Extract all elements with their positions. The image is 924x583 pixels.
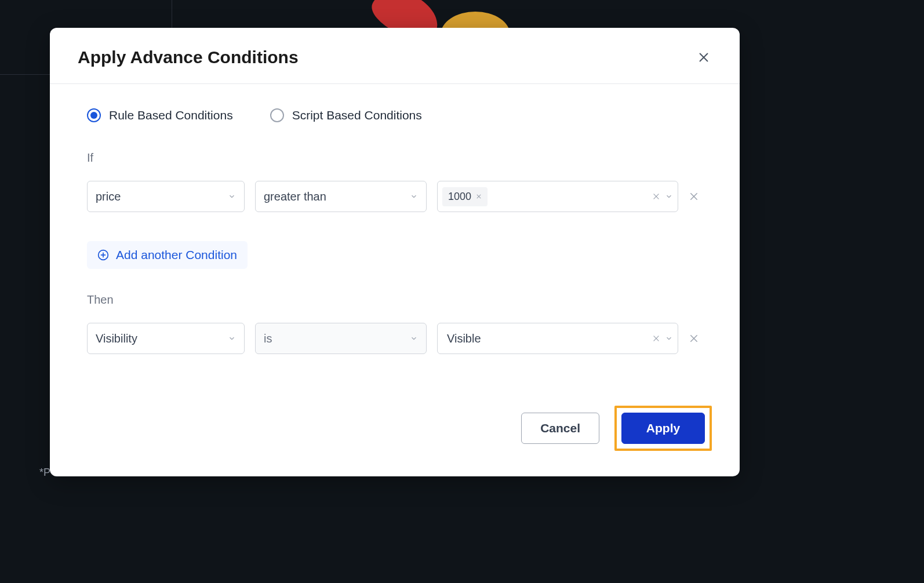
then-field-select[interactable]: Visibility xyxy=(87,323,245,354)
cancel-button[interactable]: Cancel xyxy=(521,413,599,444)
then-operator-select[interactable]: is xyxy=(255,323,427,354)
then-label: Then xyxy=(87,293,703,307)
remove-tag-icon[interactable] xyxy=(476,192,482,201)
modal-header: Apply Advance Conditions xyxy=(50,28,740,84)
radio-rule-based[interactable]: Rule Based Conditions xyxy=(87,108,233,122)
conditions-modal: Apply Advance Conditions Rule Based Cond… xyxy=(50,28,740,476)
if-field-value: price xyxy=(96,190,121,203)
condition-type-radio-group: Rule Based Conditions Script Based Condi… xyxy=(87,108,703,122)
then-condition-row: Visibility is Visible xyxy=(87,323,703,354)
chevron-down-icon xyxy=(410,192,418,201)
radio-script-label: Script Based Conditions xyxy=(292,108,422,122)
modal-title: Apply Advance Conditions xyxy=(78,48,299,67)
if-value-select[interactable]: 1000 xyxy=(437,181,678,212)
close-icon xyxy=(697,51,710,64)
chevron-down-icon xyxy=(665,192,673,201)
apply-highlight-box: Apply xyxy=(614,406,712,451)
chevron-down-icon xyxy=(228,192,236,201)
then-value-select[interactable]: Visible xyxy=(437,323,678,354)
chevron-down-icon xyxy=(410,334,418,342)
backdrop-partial-text: *P xyxy=(39,467,50,479)
chevron-down-icon xyxy=(228,334,236,342)
add-condition-label: Add another Condition xyxy=(116,248,237,262)
add-condition-button[interactable]: Add another Condition xyxy=(87,241,248,269)
if-value-tag: 1000 xyxy=(442,187,488,206)
radio-script-based[interactable]: Script Based Conditions xyxy=(270,108,422,122)
plus-circle-icon xyxy=(97,249,109,261)
radio-rule-label: Rule Based Conditions xyxy=(109,108,233,122)
then-value-text: Visible xyxy=(442,332,481,345)
remove-then-row-button[interactable] xyxy=(689,333,699,344)
remove-if-row-button[interactable] xyxy=(689,191,699,202)
close-button[interactable] xyxy=(696,49,712,65)
chevron-down-icon xyxy=(665,334,673,342)
if-field-select[interactable]: price xyxy=(87,181,245,212)
modal-body: Rule Based Conditions Script Based Condi… xyxy=(50,84,740,406)
modal-footer: Cancel Apply xyxy=(50,406,740,476)
radio-dot-icon xyxy=(90,112,97,119)
clear-value-icon[interactable] xyxy=(652,190,660,203)
apply-button[interactable]: Apply xyxy=(621,413,705,444)
if-value-tag-text: 1000 xyxy=(448,191,471,203)
close-icon xyxy=(689,191,699,202)
radio-circle-icon xyxy=(270,108,284,122)
close-icon xyxy=(689,333,699,344)
if-condition-row: price greater than 1000 xyxy=(87,181,703,212)
radio-circle-icon xyxy=(87,108,101,122)
then-field-value: Visibility xyxy=(96,332,137,345)
if-label: If xyxy=(87,151,703,165)
if-operator-value: greater than xyxy=(264,190,326,203)
if-operator-select[interactable]: greater than xyxy=(255,181,427,212)
clear-value-icon[interactable] xyxy=(652,332,660,345)
then-operator-value: is xyxy=(264,332,272,345)
